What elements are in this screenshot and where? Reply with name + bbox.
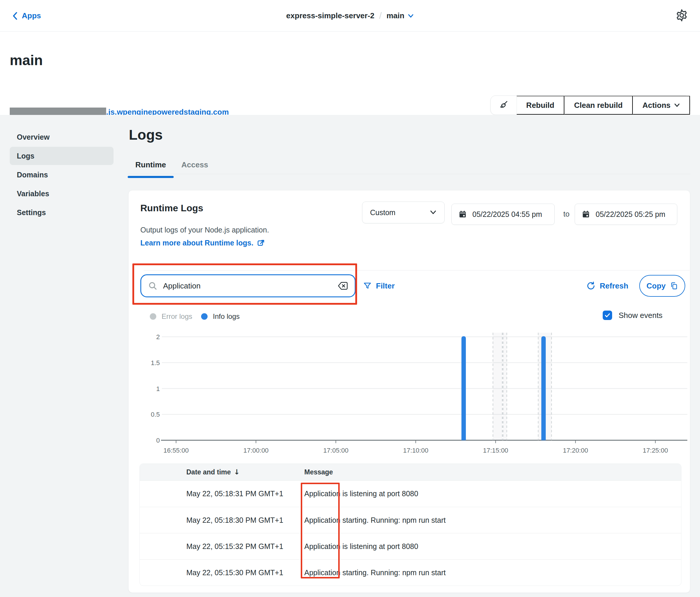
chevron-down-icon — [408, 14, 414, 18]
check-icon — [604, 312, 611, 318]
log-volume-chart-svg: 00.511.5216:55:0017:00:0017:05:0017:10:0… — [140, 329, 691, 456]
tabs-divider — [128, 174, 690, 174]
legend-info-logs-toggle[interactable]: Info logs — [201, 312, 240, 320]
top-bar: Apps express-simple-server-2 / main — [0, 0, 700, 31]
log-message-cell: Application starting. Running: npm run s… — [304, 516, 681, 524]
learn-more-label: Learn more about Runtime logs. — [140, 239, 253, 247]
log-table-body: May 22, 05:18:31 PM GMT+1Application is … — [140, 481, 681, 586]
calendar-icon — [581, 210, 590, 219]
svg-text:17:10:00: 17:10:00 — [403, 447, 428, 454]
date-to-value: 05/22/2025 05:25 pm — [596, 210, 665, 219]
breadcrumb-app-name: express-simple-server-2 — [286, 11, 374, 20]
gear-icon — [675, 8, 689, 22]
page-title: main — [10, 52, 43, 68]
sort-desc-icon: ↓ — [234, 468, 240, 476]
funnel-icon — [363, 281, 372, 290]
legend-error-logs-toggle[interactable]: Error logs — [150, 312, 192, 320]
actions-label: Actions — [643, 101, 671, 110]
log-search-box — [140, 274, 356, 297]
table-row: May 22, 05:15:32 PM GMT+1Application is … — [140, 533, 681, 559]
actions-dropdown-button[interactable]: Actions — [633, 96, 690, 114]
time-range-select[interactable]: Custom — [362, 202, 445, 223]
svg-text:17:05:00: 17:05:00 — [323, 447, 349, 454]
sidebar-item-logs[interactable]: Logs — [10, 147, 114, 165]
error-logs-label: Error logs — [161, 312, 192, 320]
logs-section-title: Logs — [129, 127, 163, 143]
date-range-to-label: to — [557, 210, 575, 218]
show-events-toggle[interactable]: Show events — [603, 311, 662, 320]
learn-more-link[interactable]: Learn more about Runtime logs. — [140, 239, 265, 247]
log-table-header: Date and time ↓ Message — [140, 464, 681, 481]
date-from-value: 05/22/2025 04:55 pm — [472, 210, 542, 219]
copy-button[interactable]: Copy — [639, 275, 685, 297]
log-datetime-cell: May 22, 05:15:32 PM GMT+1 — [186, 542, 304, 551]
search-input[interactable] — [162, 281, 333, 291]
log-message-cell: Application is listening at port 8080 — [304, 489, 681, 498]
refresh-label: Refresh — [600, 281, 628, 290]
svg-text:17:15:00: 17:15:00 — [483, 447, 508, 454]
tab-runtime[interactable]: Runtime — [128, 158, 174, 177]
log-datetime-cell: May 22, 05:18:31 PM GMT+1 — [186, 489, 304, 498]
environment-header: main .js.wpenginepoweredstaging.com Rebu… — [0, 31, 700, 115]
refresh-icon — [586, 281, 596, 290]
column-date-and-time[interactable]: Date and time ↓ — [186, 468, 304, 476]
broom-icon — [498, 100, 509, 110]
rebuild-button[interactable]: Rebuild — [517, 96, 565, 114]
sidebar: OverviewLogsDomainsVariablesSettings — [10, 128, 114, 222]
settings-gear-button[interactable] — [675, 8, 689, 22]
purge-cache-button[interactable] — [491, 96, 517, 114]
svg-text:0.5: 0.5 — [151, 411, 160, 418]
log-table: Date and time ↓ Message May 22, 05:18:31… — [140, 464, 681, 586]
copy-icon — [670, 282, 678, 290]
show-events-checkbox[interactable] — [603, 311, 612, 320]
svg-text:17:20:00: 17:20:00 — [563, 447, 588, 454]
filter-label: Filter — [376, 281, 395, 290]
filter-button[interactable]: Filter — [363, 274, 395, 297]
copy-label: Copy — [647, 281, 666, 290]
search-icon — [148, 281, 158, 291]
environment-switcher[interactable]: main — [386, 11, 414, 20]
svg-text:1: 1 — [156, 385, 160, 392]
svg-text:1.5: 1.5 — [151, 359, 160, 367]
clear-search-icon[interactable] — [338, 281, 348, 290]
date-to-input[interactable]: 05/22/2025 05:25 pm — [575, 204, 677, 225]
calendar-icon — [458, 210, 467, 219]
sidebar-item-domains[interactable]: Domains — [10, 165, 114, 184]
svg-text:0: 0 — [156, 437, 160, 444]
external-link-icon — [257, 239, 265, 247]
runtime-logs-description: Output logs of your Node.js application. — [140, 226, 269, 234]
info-logs-dot — [201, 313, 207, 320]
breadcrumb: express-simple-server-2 / main — [0, 0, 700, 31]
runtime-logs-title: Runtime Logs — [140, 203, 203, 214]
breadcrumb-env-name: main — [386, 11, 404, 20]
toolbar-divider — [144, 270, 690, 270]
chart-legend: Error logs Info logs — [150, 311, 240, 322]
environment-actions-group: Rebuild Clean rebuild Actions — [490, 96, 690, 115]
column-message: Message — [304, 468, 333, 476]
chevron-down-icon — [674, 103, 680, 107]
log-message-cell: Application starting. Running: npm run s… — [304, 568, 681, 577]
svg-text:2: 2 — [156, 333, 160, 341]
svg-text:16:55:00: 16:55:00 — [164, 447, 189, 454]
log-message-cell: Application is listening at port 8080 — [304, 542, 681, 551]
log-volume-chart: 00.511.5216:55:0017:00:0017:05:0017:10:0… — [140, 329, 691, 456]
sidebar-item-variables[interactable]: Variables — [10, 184, 114, 203]
sidebar-item-settings[interactable]: Settings — [10, 203, 114, 222]
breadcrumb-separator: / — [379, 10, 382, 21]
refresh-button[interactable]: Refresh — [586, 274, 628, 297]
date-and-time-header-label: Date and time — [186, 468, 231, 476]
sidebar-item-overview[interactable]: Overview — [10, 128, 114, 146]
date-from-input[interactable]: 05/22/2025 04:55 pm — [451, 204, 555, 225]
runtime-logs-card: Runtime Logs Output logs of your Node.js… — [128, 190, 690, 593]
logs-tabs: Runtime Access — [128, 158, 216, 177]
clean-rebuild-button[interactable]: Clean rebuild — [565, 96, 633, 114]
log-datetime-cell: May 22, 05:18:30 PM GMT+1 — [186, 516, 304, 524]
info-logs-label: Info logs — [213, 312, 240, 320]
tab-access[interactable]: Access — [174, 158, 216, 177]
svg-text:17:25:00: 17:25:00 — [643, 447, 668, 454]
content-area: OverviewLogsDomainsVariablesSettings Log… — [0, 115, 700, 597]
log-datetime-cell: May 22, 05:15:30 PM GMT+1 — [186, 568, 304, 577]
table-row: May 22, 05:18:30 PM GMT+1Application sta… — [140, 507, 681, 533]
show-events-label: Show events — [619, 311, 662, 320]
table-row: May 22, 05:18:31 PM GMT+1Application is … — [140, 481, 681, 507]
